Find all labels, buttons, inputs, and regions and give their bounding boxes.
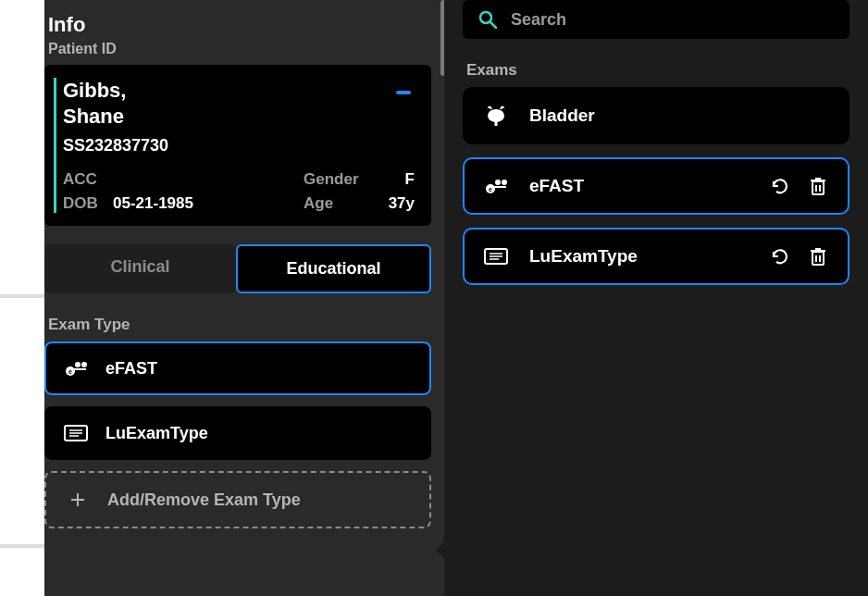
patient-card[interactable]: Gibbs, Shane SS232837730 ACC Gender F DO… <box>44 65 431 226</box>
info-panel: Info Patient ID Gibbs, Shane SS232837730… <box>44 0 444 596</box>
svg-point-17 <box>495 180 501 185</box>
add-remove-exam-type[interactable]: Add/Remove Exam Type <box>44 471 431 528</box>
undo-icon[interactable] <box>770 246 790 267</box>
exam-row-efast[interactable]: e eFAST <box>463 157 849 215</box>
info-title: Info <box>48 13 431 37</box>
patient-name-line1: Gibbs, <box>63 78 415 104</box>
bladder-icon <box>483 106 509 126</box>
svg-rect-20 <box>812 181 824 194</box>
collapse-icon[interactable] <box>396 91 411 94</box>
trash-icon[interactable] <box>809 176 827 196</box>
age-label: Age <box>304 194 378 213</box>
svg-point-13 <box>488 109 504 122</box>
document-margin <box>0 0 44 596</box>
gender-label: Gender <box>304 170 378 189</box>
search-icon <box>477 9 498 30</box>
exams-panel: Search Exams Bladder e eFAST <box>444 0 868 596</box>
form-icon <box>483 246 509 267</box>
svg-rect-29 <box>812 252 824 265</box>
exam-type-luexam[interactable]: LuExamType <box>44 406 431 460</box>
dob-value: 05-21-1985 <box>113 194 304 213</box>
patient-id-label: Patient ID <box>48 41 431 57</box>
add-remove-label: Add/Remove Exam Type <box>107 490 301 510</box>
patient-name-line2: Shane <box>63 104 415 130</box>
svg-line-12 <box>490 22 496 28</box>
search-input[interactable]: Search <box>463 0 849 39</box>
svg-text:e: e <box>68 368 72 375</box>
exam-row-label: LuExamType <box>529 246 638 267</box>
acc-label: ACC <box>63 170 113 189</box>
exam-type-label: eFAST <box>105 359 157 379</box>
svg-point-18 <box>502 180 507 185</box>
form-icon <box>63 423 89 443</box>
exam-row-label: eFAST <box>529 176 584 196</box>
exam-row-bladder[interactable]: Bladder <box>463 87 849 144</box>
svg-text:e: e <box>489 186 492 192</box>
svg-point-2 <box>75 362 81 367</box>
efast-icon: e <box>63 358 89 379</box>
patient-id-value: SS232837730 <box>63 136 415 155</box>
trash-icon[interactable] <box>809 246 827 267</box>
svg-rect-4 <box>74 368 86 370</box>
exams-header: Exams <box>466 61 849 80</box>
undo-icon[interactable] <box>770 176 790 196</box>
search-placeholder: Search <box>511 10 566 30</box>
mode-toggle: Clinical Educational <box>44 244 431 293</box>
exam-row-label: Bladder <box>529 106 595 126</box>
exam-type-efast[interactable]: e eFAST <box>44 341 431 395</box>
efast-icon: e <box>483 176 509 196</box>
exam-type-header: Exam Type <box>48 316 431 334</box>
educational-toggle[interactable]: Educational <box>236 244 431 293</box>
age-value: 37y <box>378 194 415 213</box>
svg-rect-19 <box>494 186 506 188</box>
exam-row-luexam[interactable]: LuExamType <box>463 228 849 285</box>
exam-type-label: LuExamType <box>105 424 208 443</box>
svg-point-3 <box>81 362 87 367</box>
clinical-toggle[interactable]: Clinical <box>44 244 236 293</box>
plus-icon <box>65 490 91 510</box>
dob-label: DOB <box>63 194 113 213</box>
gender-value: F <box>378 170 415 189</box>
svg-rect-14 <box>495 121 498 126</box>
